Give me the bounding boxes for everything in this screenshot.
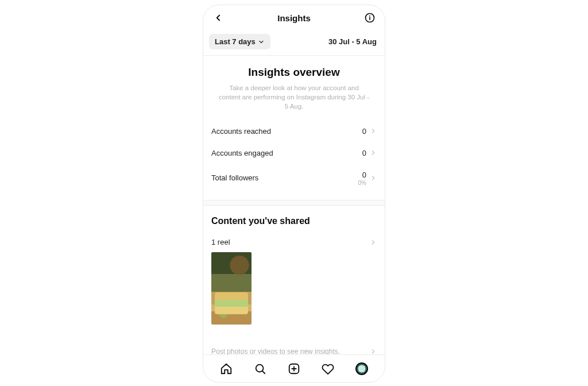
insights-hint-text: Post photos or videos to see new insight… bbox=[211, 348, 340, 354]
heart-icon bbox=[322, 362, 334, 375]
shared-section: Content you've shared 1 reel Post photos… bbox=[203, 206, 385, 354]
header-bar: Insights bbox=[203, 5, 385, 30]
reel-count-label: 1 reel bbox=[211, 238, 230, 246]
metric-accounts-reached[interactable]: Accounts reached 0 bbox=[211, 120, 377, 142]
metric-label: Total followers bbox=[211, 173, 258, 182]
section-gap bbox=[203, 200, 385, 206]
phone-frame: Insights Last 7 days 30 Jul - 5 Aug Insi… bbox=[203, 5, 385, 383]
page-title: Insights bbox=[277, 13, 311, 23]
date-range-picker[interactable]: Last 7 days bbox=[209, 34, 270, 49]
metric-value: 0 bbox=[362, 149, 366, 157]
metric-value: 0 bbox=[362, 171, 366, 179]
home-icon bbox=[220, 362, 233, 375]
chevron-right-icon bbox=[370, 175, 377, 182]
overview-subtitle: Take a deeper look at how your account a… bbox=[211, 83, 377, 111]
svg-point-2 bbox=[369, 16, 370, 17]
shared-title: Content you've shared bbox=[211, 216, 377, 226]
insights-hint-row[interactable]: Post photos or videos to see new insight… bbox=[211, 343, 377, 354]
metric-total-followers[interactable]: Total followers 0 0% bbox=[211, 164, 377, 192]
svg-line-4 bbox=[262, 370, 265, 373]
tab-profile[interactable] bbox=[354, 361, 369, 376]
info-icon bbox=[364, 12, 376, 24]
date-range-display: 30 Jul - 5 Aug bbox=[328, 37, 379, 46]
chevron-right-icon bbox=[370, 149, 377, 156]
reel-thumbnail[interactable] bbox=[211, 252, 252, 325]
tab-activity[interactable] bbox=[320, 361, 335, 376]
tab-home[interactable] bbox=[219, 361, 234, 376]
metric-subvalue: 0% bbox=[358, 180, 366, 186]
metric-value: 0 bbox=[362, 127, 366, 136]
tab-create[interactable] bbox=[287, 361, 301, 376]
shared-reels-row[interactable]: 1 reel bbox=[211, 234, 377, 252]
profile-avatar-icon bbox=[355, 362, 368, 375]
bottom-tab-bar bbox=[203, 354, 385, 382]
chevron-down-icon bbox=[258, 38, 265, 45]
tab-search[interactable] bbox=[253, 361, 268, 376]
back-button[interactable] bbox=[211, 11, 225, 25]
metric-label: Accounts reached bbox=[211, 127, 271, 136]
info-button[interactable] bbox=[363, 11, 377, 25]
date-range-picker-label: Last 7 days bbox=[215, 37, 256, 46]
metric-label: Accounts engaged bbox=[211, 149, 273, 157]
chevron-right-icon bbox=[370, 128, 377, 134]
create-post-icon bbox=[288, 362, 300, 375]
chevron-right-icon bbox=[370, 239, 377, 246]
chevron-right-icon bbox=[370, 348, 377, 354]
search-icon bbox=[254, 362, 266, 375]
chevron-left-icon bbox=[213, 13, 223, 23]
overview-section: Insights overview Take a deeper look at … bbox=[203, 56, 385, 200]
overview-title: Insights overview bbox=[211, 66, 377, 79]
metric-accounts-engaged[interactable]: Accounts engaged 0 bbox=[211, 142, 377, 164]
content-area: Last 7 days 30 Jul - 5 Aug Insights over… bbox=[203, 30, 385, 354]
scroll-area[interactable]: Insights overview Take a deeper look at … bbox=[203, 56, 385, 354]
date-toolbar: Last 7 days 30 Jul - 5 Aug bbox=[203, 30, 385, 55]
